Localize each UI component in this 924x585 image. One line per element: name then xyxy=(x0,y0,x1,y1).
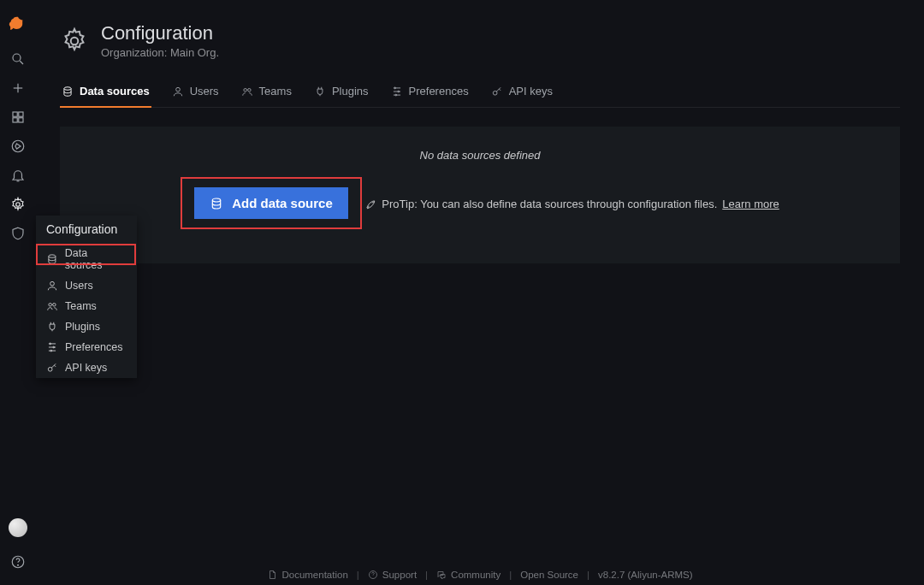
server-admin-icon[interactable] xyxy=(0,219,36,248)
explore-icon[interactable] xyxy=(0,132,36,161)
tab-label: Plugins xyxy=(332,85,369,98)
svg-point-28 xyxy=(244,88,247,92)
flyout-item-label: Preferences xyxy=(65,341,122,353)
tab-label: Teams xyxy=(259,85,292,98)
tab-plugins[interactable]: Plugins xyxy=(312,85,370,108)
tab-teams[interactable]: Teams xyxy=(240,85,293,108)
tab-preferences[interactable]: Preferences xyxy=(389,85,471,108)
svg-point-11 xyxy=(16,203,21,207)
svg-point-14 xyxy=(49,255,56,257)
footer-support-link[interactable]: Support xyxy=(368,570,417,580)
user-avatar[interactable] xyxy=(0,513,36,542)
svg-point-8 xyxy=(12,140,24,152)
tab-label: Preferences xyxy=(409,85,469,98)
main-content: Configuration Organization: Main Org. Da… xyxy=(36,0,924,585)
footer-documentation-link[interactable]: Documentation xyxy=(267,570,347,580)
svg-point-25 xyxy=(71,37,79,44)
flyout-title: Configuration xyxy=(36,216,137,243)
tabs: Data sources Users Teams Plugins Prefere… xyxy=(60,85,900,108)
add-data-source-button[interactable]: Add data source xyxy=(194,187,348,219)
svg-line-1 xyxy=(20,61,23,64)
svg-rect-4 xyxy=(13,112,17,116)
search-icon[interactable] xyxy=(0,44,36,74)
svg-point-13 xyxy=(18,564,19,565)
flyout-item-api-keys[interactable]: API keys xyxy=(36,358,137,378)
tab-users[interactable]: Users xyxy=(170,85,221,108)
grafana-logo-icon[interactable] xyxy=(0,5,36,44)
svg-point-26 xyxy=(64,86,71,90)
flyout-item-label: Teams xyxy=(65,300,97,312)
flyout-item-label: Plugins xyxy=(65,321,100,333)
document-icon xyxy=(267,570,277,580)
tab-label: API keys xyxy=(509,85,553,98)
question-icon xyxy=(368,570,378,580)
footer-version: v8.2.7 (Aliyun-ARMS) xyxy=(598,570,693,580)
flyout-item-users[interactable]: Users xyxy=(36,275,137,296)
configuration-icon[interactable] xyxy=(0,190,36,219)
svg-marker-9 xyxy=(15,144,21,149)
svg-point-16 xyxy=(49,304,52,307)
footer: Documentation | Support | Community | Op… xyxy=(36,570,924,580)
flyout-item-teams[interactable]: Teams xyxy=(36,296,137,316)
learn-more-link[interactable]: Learn more xyxy=(722,198,779,210)
footer-community-link[interactable]: Community xyxy=(436,570,500,580)
flyout-item-label: Users xyxy=(65,280,93,292)
tab-data-sources[interactable]: Data sources xyxy=(60,85,151,108)
svg-point-15 xyxy=(50,281,55,286)
svg-point-17 xyxy=(53,304,56,307)
svg-point-36 xyxy=(493,91,497,95)
tab-api-keys[interactable]: API keys xyxy=(489,85,554,108)
left-nav-rail xyxy=(0,0,36,585)
gear-icon xyxy=(60,27,89,56)
page-subtitle: Organization: Main Org. xyxy=(101,46,219,59)
flyout-item-data-sources[interactable]: Data sources xyxy=(36,243,137,275)
svg-rect-7 xyxy=(19,118,23,122)
add-button-highlight-annotation: Add data source xyxy=(181,177,362,229)
empty-state-text: No data sources defined xyxy=(77,149,883,162)
page-title: Configuration xyxy=(101,22,219,44)
svg-point-29 xyxy=(247,88,251,92)
flyout-item-label: API keys xyxy=(65,362,107,374)
svg-point-24 xyxy=(48,367,52,371)
alerting-icon[interactable] xyxy=(0,161,36,190)
svg-rect-5 xyxy=(19,112,23,116)
rocket-icon xyxy=(364,198,376,210)
flyout-item-preferences[interactable]: Preferences xyxy=(36,337,137,358)
svg-point-0 xyxy=(13,54,21,62)
svg-rect-6 xyxy=(13,118,17,122)
data-sources-panel: No data sources defined Add data source … xyxy=(60,127,900,263)
chat-icon xyxy=(436,570,447,580)
dashboards-icon[interactable] xyxy=(0,103,36,132)
tab-label: Users xyxy=(190,85,219,98)
plus-icon[interactable] xyxy=(0,74,36,103)
flyout-item-plugins[interactable]: Plugins xyxy=(36,316,137,337)
flyout-item-label: Data sources xyxy=(65,247,127,271)
protip-text: ProTip: You can also define data sources… xyxy=(364,198,779,210)
tab-label: Data sources xyxy=(80,85,150,98)
add-button-label: Add data source xyxy=(232,196,333,210)
svg-point-37 xyxy=(213,198,221,202)
configuration-flyout: Configuration Data sources Users Teams P… xyxy=(36,216,137,378)
footer-opensource-link[interactable]: Open Source xyxy=(520,570,578,580)
svg-point-27 xyxy=(175,87,180,92)
help-icon[interactable] xyxy=(0,547,36,576)
